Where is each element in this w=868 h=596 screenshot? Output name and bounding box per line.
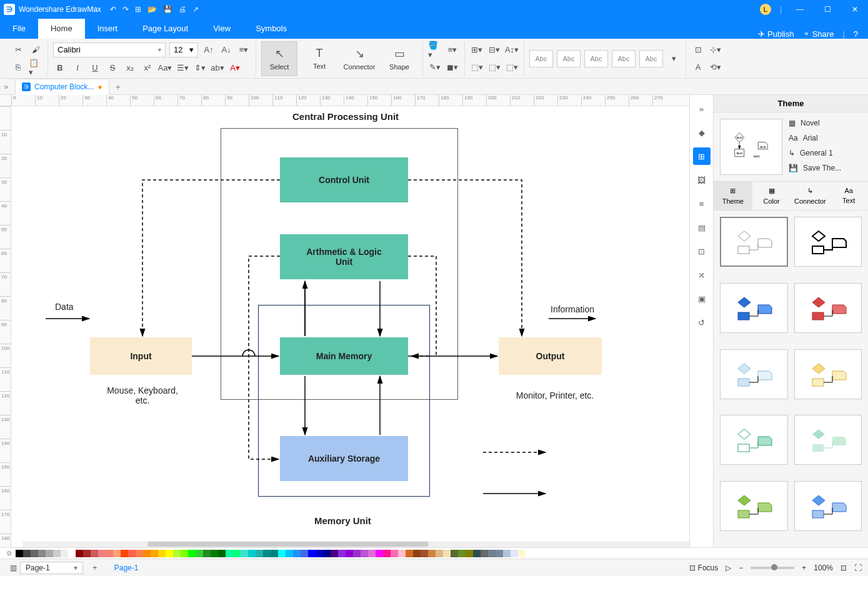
format-painter-icon[interactable]: 🖌 bbox=[29, 43, 42, 57]
palette-swatch[interactable] bbox=[286, 550, 293, 557]
rail-layers-icon[interactable]: ≡ bbox=[693, 195, 711, 212]
information-label[interactable]: Information bbox=[551, 304, 594, 314]
palette-swatch[interactable] bbox=[91, 550, 98, 557]
palette-swatch[interactable] bbox=[46, 550, 53, 557]
page-fit-icon[interactable]: ⊡ bbox=[691, 43, 705, 57]
palette-swatch[interactable] bbox=[241, 550, 248, 557]
palette-swatch[interactable] bbox=[218, 550, 226, 557]
canvas[interactable]: Central Processing Unit Memory Unit Cont… bbox=[11, 106, 689, 547]
palette-swatch[interactable] bbox=[466, 550, 473, 557]
theme-thumb-6[interactable] bbox=[794, 349, 862, 399]
palette-swatch[interactable] bbox=[436, 550, 443, 557]
line-style-icon[interactable]: ≡▾ bbox=[446, 43, 459, 57]
palette-swatch[interactable] bbox=[106, 550, 113, 557]
theme-tab-text[interactable]: AaText bbox=[829, 182, 868, 210]
palette-swatch[interactable] bbox=[361, 550, 368, 557]
rail-shuffle-icon[interactable]: ⤨ bbox=[693, 266, 711, 284]
palette-swatch[interactable] bbox=[308, 550, 316, 557]
palette-swatch[interactable] bbox=[481, 550, 488, 557]
page-tab[interactable]: Page-1 bbox=[107, 564, 146, 572]
control-unit-box[interactable]: Control Unit bbox=[280, 157, 408, 202]
close-button[interactable]: ✕ bbox=[846, 5, 864, 14]
zoom-in-button[interactable]: + bbox=[802, 564, 806, 572]
palette-swatch[interactable] bbox=[113, 550, 121, 557]
alu-box[interactable]: Arthmetic & Logic Unit bbox=[280, 234, 408, 279]
palette-swatch[interactable] bbox=[128, 550, 136, 557]
italic-button[interactable]: I bbox=[71, 61, 84, 75]
group-icon[interactable]: ⊞▾ bbox=[470, 43, 484, 57]
new-icon[interactable]: ⊞ bbox=[135, 5, 141, 14]
theme-thumb-2[interactable] bbox=[794, 217, 862, 267]
palette-swatch[interactable] bbox=[278, 550, 286, 557]
fit-page-icon[interactable]: ⊡ bbox=[841, 564, 847, 572]
palette-swatch[interactable] bbox=[488, 550, 496, 557]
palette-swatch[interactable] bbox=[263, 550, 271, 557]
palette-swatch[interactable] bbox=[23, 550, 31, 557]
add-page-button[interactable]: + bbox=[88, 561, 102, 575]
output-box[interactable]: Output bbox=[499, 337, 602, 375]
theme-thumb-8[interactable] bbox=[794, 415, 862, 465]
tab-insert[interactable]: Insert bbox=[85, 19, 131, 39]
palette-swatch[interactable] bbox=[316, 550, 323, 557]
palette-swatch[interactable] bbox=[518, 550, 526, 557]
rail-fill-icon[interactable]: ◆ bbox=[693, 124, 711, 141]
palette-swatch[interactable] bbox=[398, 550, 406, 557]
horizontal-scrollbar[interactable] bbox=[22, 541, 689, 547]
open-icon[interactable]: 📂 bbox=[147, 5, 157, 14]
palette-swatch[interactable] bbox=[248, 550, 256, 557]
user-avatar[interactable]: L bbox=[760, 4, 771, 15]
palette-swatch[interactable] bbox=[271, 550, 278, 557]
palette-swatch[interactable] bbox=[181, 550, 188, 557]
undo-icon[interactable]: ↶ bbox=[110, 5, 116, 14]
help-icon[interactable]: ? bbox=[854, 29, 858, 39]
tab-view[interactable]: View bbox=[201, 19, 243, 39]
theme-tab-connector[interactable]: ↳Connector bbox=[791, 182, 830, 210]
font-color-icon[interactable]: A▾ bbox=[228, 61, 242, 75]
crop-icon[interactable]: ⊹▾ bbox=[709, 43, 722, 57]
case-icon[interactable]: Aa▾ bbox=[158, 61, 172, 75]
palette-swatch[interactable] bbox=[173, 550, 181, 557]
palette-swatch[interactable] bbox=[511, 550, 518, 557]
palette-swatch[interactable] bbox=[346, 550, 353, 557]
diagram-title-memory[interactable]: Memory Unit bbox=[314, 515, 371, 526]
rail-chart-icon[interactable]: ⊡ bbox=[693, 242, 711, 260]
palette-swatch[interactable] bbox=[323, 550, 331, 557]
palette-swatch[interactable] bbox=[158, 550, 166, 557]
play-icon[interactable]: ▷ bbox=[726, 564, 731, 572]
export-icon[interactable]: ↗ bbox=[192, 5, 199, 14]
tab-symbols[interactable]: Symbols bbox=[243, 19, 299, 39]
palette-swatch[interactable] bbox=[376, 550, 383, 557]
redo-icon[interactable]: ↷ bbox=[122, 5, 129, 14]
style-preset-2[interactable]: Abc bbox=[557, 50, 581, 67]
font-selector[interactable]: Calibri▾ bbox=[53, 42, 166, 57]
rail-page-icon[interactable]: ▤ bbox=[693, 219, 711, 236]
paste-icon[interactable]: 📋▾ bbox=[29, 61, 42, 74]
page-selector[interactable]: Page-1▾ bbox=[20, 562, 83, 574]
diagram-title-cpu[interactable]: Central Processing Unit bbox=[292, 111, 399, 122]
output-sub-label[interactable]: Monitor, Printer, etc. bbox=[508, 390, 602, 400]
theme-tab-color[interactable]: ▦Color bbox=[752, 182, 791, 210]
rail-history-icon[interactable]: ↺ bbox=[693, 314, 711, 331]
tab-page-layout[interactable]: Page Layout bbox=[130, 19, 201, 39]
palette-swatch[interactable] bbox=[53, 550, 61, 557]
tab-file[interactable]: File bbox=[0, 19, 38, 39]
palette-swatch[interactable] bbox=[151, 550, 158, 557]
highlight-icon[interactable]: ab▾ bbox=[211, 61, 224, 75]
palette-swatch[interactable] bbox=[38, 550, 46, 557]
rail-theme-icon[interactable]: ⊞ bbox=[693, 147, 711, 165]
palette-swatch[interactable] bbox=[301, 550, 308, 557]
align-icon[interactable]: ⊟▾ bbox=[487, 43, 501, 57]
palette-swatch[interactable] bbox=[68, 550, 76, 557]
focus-mode-button[interactable]: ⊡ Focus bbox=[689, 564, 718, 572]
fullscreen-icon[interactable]: ⛶ bbox=[854, 564, 862, 572]
no-fill-icon[interactable]: ⊘ bbox=[6, 549, 12, 559]
palette-swatch[interactable] bbox=[211, 550, 218, 557]
theme-thumb-4[interactable] bbox=[794, 283, 862, 333]
align-left-icon[interactable]: ≡▾ bbox=[237, 43, 251, 57]
add-document-button[interactable]: + bbox=[109, 82, 127, 92]
bring-front-icon[interactable]: ⬚▾ bbox=[470, 61, 484, 74]
palette-swatch[interactable] bbox=[331, 550, 338, 557]
style-more-icon[interactable]: ▾ bbox=[667, 52, 681, 66]
palette-swatch[interactable] bbox=[233, 550, 241, 557]
decrease-font-icon[interactable]: A↓ bbox=[219, 43, 233, 57]
